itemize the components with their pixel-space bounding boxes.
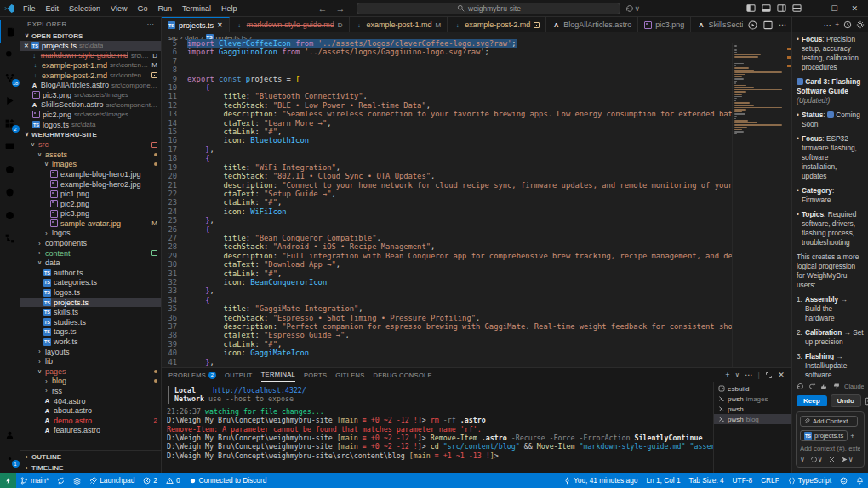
activitybar-source-control[interactable]: 18 [0,66,20,88]
statusbar-tab-size-4[interactable]: Tab Size: 4 [685,473,728,488]
editor-more-actions-icon[interactable]: ⋯ [779,20,786,29]
thumbs-up-icon[interactable] [820,383,828,390]
add-chip-icon[interactable]: + [850,432,854,440]
open-editor-example-post-1.md[interactable]: ↓example-post-1.mdsrc\content\bl...M [20,60,161,71]
tab-projects.ts[interactable]: TSprojects.ts✕ [162,17,230,32]
activitybar-run-debug[interactable] [0,89,20,111]
refresh-dropdown-icon[interactable]: ∨ [625,4,640,13]
redo-icon[interactable] [808,383,816,390]
remote-indicator[interactable] [0,473,16,488]
toggle-panel-icon[interactable] [762,3,771,13]
chat-settings-gear-icon[interactable] [856,20,865,29]
chat-input-box[interactable]: Add Context... TS projects.ts + Add cont… [796,411,865,468]
tree-item-categories.ts[interactable]: TScategories.ts [20,278,161,288]
panel-tab-debug-console[interactable]: DEBUG CONSOLE [373,368,431,382]
nav-forward-icon[interactable]: → [335,3,345,14]
regenerate-icon[interactable] [797,383,804,390]
panel-tab-problems[interactable]: PROBLEMS2 [168,368,216,382]
toggle-secondary-sidebar-icon[interactable] [777,3,786,13]
statusbar-0[interactable]: 0 [162,473,185,488]
terminal-more-icon[interactable]: ⋯ [745,371,752,379]
section-outline[interactable]: ›OUTLINE [20,451,161,462]
tab-example-post-1.md[interactable]: ↓example-post-1.md M [350,17,448,32]
statusbar-bell[interactable] [852,473,868,488]
chat-more-icon[interactable]: ⋯ [824,20,831,29]
tree-item-blog[interactable]: ›blog [20,377,161,387]
view-diff-icon[interactable] [865,397,868,406]
terminal-output[interactable]: Local http://localhost:4322/Network use … [162,382,713,473]
menu-edit[interactable]: Edit [42,3,64,14]
tree-item-404.astro[interactable]: A404.astro [20,396,161,406]
menu-go[interactable]: Go [133,3,151,14]
statusbar-crlf[interactable]: CRLF [757,473,784,488]
tree-item-studies.ts[interactable]: TSstudies.ts [20,317,161,327]
tree-item-assets[interactable]: ∨assets [20,150,161,160]
menu-file[interactable]: File [19,3,40,14]
send-icon[interactable]: ∨ [841,456,854,463]
run-file-icon[interactable] [748,20,757,30]
statusbar-ln-1-col-1[interactable]: Ln 1, Col 1 [642,473,684,488]
menu-view[interactable]: View [106,3,131,14]
new-chat-icon[interactable]: + [835,20,839,29]
tree-item-components[interactable]: ›components [20,238,161,248]
statusbar-sync[interactable] [53,473,69,488]
statusbar-main-[interactable]: main* [16,473,53,488]
activitybar-hierarchy[interactable] [0,227,20,249]
maximize-button[interactable]: ☐ [827,4,841,13]
tree-item-logos.ts[interactable]: TSlogos.ts [20,287,161,298]
activitybar-extensions[interactable]: 2 [0,112,20,134]
terminal-dropdown-icon[interactable]: ∨ [735,372,740,378]
tree-item-rss[interactable]: ›rss [20,386,161,396]
open-editor-pic3.png[interactable]: pic3.pngsrc\assets\images [20,90,161,100]
tree-item-content[interactable]: ›content [20,248,161,258]
undo-button[interactable]: Undo [831,394,861,407]
command-center-search[interactable]: weighmybru-site [357,3,620,14]
statusbar-2[interactable]: 2 [139,473,162,488]
minimize-button[interactable]: ─ [808,4,820,13]
terminal-session-pwsh[interactable]: pwsh [714,404,791,414]
open-editor-SkillsSection.astro[interactable]: ASkillsSection.astrosrc\components\secti… [20,100,161,111]
statusbar-launchpad[interactable]: Launchpad [85,473,139,488]
statusbar-you-41-minutes-ago[interactable]: You, 41 minutes ago [559,473,642,488]
tree-item-pic2.png[interactable]: pic2.png [20,199,161,209]
explorer-more-icon[interactable]: ⋯ [147,20,154,28]
model-label[interactable]: Claude Son [844,383,864,390]
customize-layout-icon[interactable] [792,3,802,13]
tree-item-layouts[interactable]: ›layouts [20,347,161,357]
nav-back-icon[interactable]: ← [317,3,327,14]
panel-tab-output[interactable]: OUTPUT [225,368,253,382]
open-editor-logos.ts[interactable]: TSlogos.tssrc\data [20,120,161,130]
activitybar-clock[interactable] [0,204,20,226]
section-timeline[interactable]: ›TIMELINE [20,462,161,473]
tree-item-pic3.png[interactable]: pic3.png [20,209,161,219]
menu-selection[interactable]: Selection [65,3,105,14]
tree-item-data[interactable]: ∨data [20,258,161,268]
activitybar-gitlens[interactable] [0,181,20,203]
tree-item-projects.ts[interactable]: TSprojects.ts [20,298,161,308]
terminal-session-pwsh-blog[interactable]: pwshblog [714,414,791,424]
tree-item-example-blog-hero2.jpg[interactable]: example-blog-hero2.jpg [20,179,161,190]
activitybar-settings[interactable]: 1 [0,447,20,469]
loop-dropdown-icon[interactable]: ∨ [810,456,823,463]
close-panel-icon[interactable]: ✕ [778,371,785,379]
tree-item-tags.ts[interactable]: TStags.ts [20,327,161,338]
maximize-panel-icon[interactable] [765,372,773,379]
new-terminal-icon[interactable]: + [725,371,730,379]
open-editor-BlogAllArticles.astro[interactable]: ABlogAllArticles.astrosrc\components\sec… [20,80,161,90]
open-editor-example-post-2.md[interactable]: ↓example-post-2.mdsrc\content\bl... [20,71,161,81]
activitybar-live-preview[interactable] [0,158,20,180]
menu-terminal[interactable]: Terminal [178,3,215,14]
tree-item-demo.astro[interactable]: Ademo.astro2 [20,416,161,426]
tab-pic3.png[interactable]: pic3.png [638,17,691,32]
menu-help[interactable]: Help [217,3,242,14]
keep-button[interactable]: Keep [797,395,827,406]
tree-item-example-blog-hero1.jpg[interactable]: example-blog-hero1.jpg [20,169,161,179]
terminal-session-esbuild[interactable]: esbuild [714,383,791,394]
statusbar-connected-to-discord[interactable]: Connected to Discord [185,473,271,488]
thumbs-down-icon[interactable] [832,383,840,390]
panel-tab-ports[interactable]: PORTS [304,368,327,382]
panel-tab-gitlens[interactable]: GITLENS [335,368,364,382]
tab-example-post-2.md[interactable]: ↓example-post-2.md [448,17,546,32]
close-tab-icon[interactable]: ✕ [217,21,223,29]
tree-item-lib[interactable]: ›lib [20,356,161,366]
